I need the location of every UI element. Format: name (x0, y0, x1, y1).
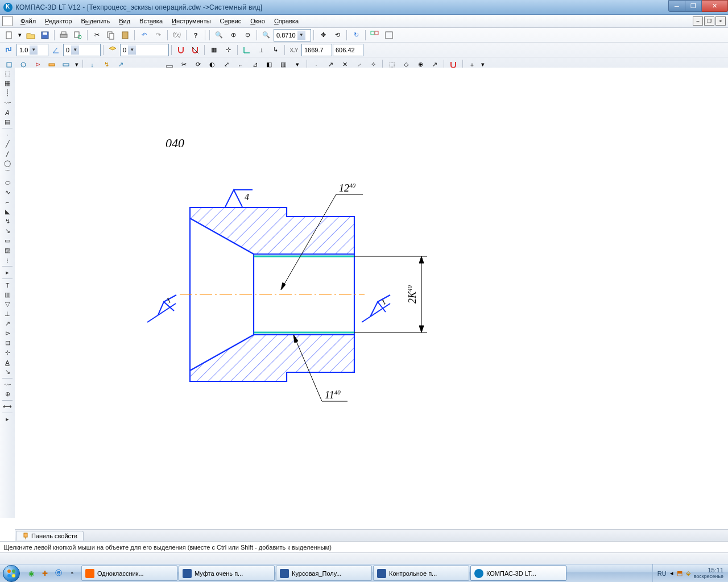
vtool-line[interactable]: ╱ (1, 139, 14, 149)
ortho-button[interactable]: ⟂ (254, 43, 268, 57)
ql-ie-icon[interactable]: ⓔ (52, 567, 65, 580)
help-pointer-button[interactable]: ? (189, 28, 202, 42)
redo-button[interactable]: ↷ (151, 28, 165, 42)
clock[interactable]: 15:11 воскресенье (694, 567, 723, 579)
menu-view[interactable]: Вид (114, 16, 135, 26)
tray-icon-1[interactable]: ◂ (670, 569, 673, 577)
round-button[interactable]: ↳ (268, 43, 282, 57)
refresh-button[interactable]: ↻ (349, 28, 363, 42)
vtool-layers[interactable]: ▥ (1, 290, 14, 300)
new-button[interactable] (2, 28, 16, 42)
open-button[interactable] (24, 28, 38, 42)
vtool-circle[interactable]: ◯ (1, 159, 14, 168)
task-item-4[interactable]: КОМПАС-3D LT... (470, 566, 566, 581)
vtool-grid[interactable]: ▦ (1, 78, 14, 88)
vtool-expand2[interactable]: ▸ (1, 414, 14, 424)
angle-button[interactable] (49, 43, 63, 57)
vtool-autoline2[interactable]: ↘ (1, 226, 14, 236)
zoom-area-button[interactable]: 🔍 (212, 28, 226, 42)
print-button[interactable] (57, 28, 71, 42)
window-maximize-button[interactable]: ❐ (685, 0, 702, 12)
properties-panel-tab[interactable]: Панель свойств (16, 531, 84, 541)
grid-snap-button[interactable]: ⊹ (221, 43, 235, 57)
vtool-centerline[interactable]: ⊕ (1, 389, 14, 399)
mdi-minimize-button[interactable]: – (693, 16, 703, 26)
vtool-hatch[interactable]: ▨ (1, 246, 14, 255)
vtool-leader[interactable]: ↗ (1, 319, 14, 329)
menu-select[interactable]: Выделить (76, 16, 114, 26)
views2-button[interactable] (382, 28, 396, 42)
lcs-button[interactable] (240, 43, 254, 57)
vtool-base[interactable]: ⊥ (1, 309, 14, 319)
drawing-canvas[interactable]: 040 4 1 1 (15, 68, 728, 530)
menu-help[interactable]: Справка (270, 16, 303, 26)
views-button[interactable] (368, 28, 382, 42)
grid-button[interactable]: ▦ (207, 43, 221, 57)
vtool-arc[interactable]: ⌒ (1, 168, 14, 178)
copy-button[interactable] (104, 28, 118, 42)
vtool-rect[interactable]: ▭ (1, 236, 14, 246)
vtool-ellipse[interactable]: ⬭ (1, 178, 14, 188)
coord-x-input[interactable]: 1669.7 (301, 44, 332, 56)
magnet1-button[interactable] (174, 43, 188, 57)
zoom-combo[interactable]: 0.8710▼ (274, 29, 311, 41)
vtool-autoline[interactable]: ↯ (1, 217, 14, 226)
menu-service[interactable]: Сервис (216, 16, 246, 26)
vtool-curve[interactable]: 〰 (1, 98, 14, 107)
language-indicator[interactable]: RU (657, 570, 667, 577)
window-close-button[interactable]: ✕ (702, 0, 728, 12)
mdi-close-button[interactable]: × (715, 16, 726, 26)
magnet2-button[interactable] (188, 43, 202, 57)
coord-y-input[interactable]: 606.42 (333, 44, 363, 56)
vtool-arrow[interactable]: ↘ (1, 367, 14, 377)
task-item-1[interactable]: Муфта очень п... (179, 566, 275, 581)
vtool-stamp[interactable]: A (1, 357, 14, 367)
ql-plus-icon[interactable]: ✚ (39, 567, 51, 580)
tray-icon-2[interactable]: ⬒ (677, 569, 682, 577)
menu-file[interactable]: Файл (16, 16, 40, 26)
vtool-table[interactable]: ▤ (1, 117, 14, 127)
zoom-prev-button[interactable]: ⟲ (330, 28, 344, 42)
vtool-point[interactable]: · (1, 130, 14, 139)
vtool-polyline[interactable]: 〳 (1, 149, 14, 159)
step-button[interactable] (2, 43, 16, 57)
ql-more-icon[interactable]: » (66, 567, 78, 580)
window-minimize-button[interactable]: ─ (668, 0, 685, 12)
linewidth-combo[interactable]: 1.0▼ (16, 44, 48, 56)
ql-utorrent-icon[interactable]: ◉ (25, 567, 38, 580)
vtool-text[interactable]: A (1, 107, 14, 117)
menu-window[interactable]: Окно (246, 16, 270, 26)
vtool-wave[interactable]: 〰 (1, 380, 14, 389)
vtool-chamfer[interactable]: ◣ (1, 207, 14, 217)
vtool-fillet[interactable]: ⌐ (1, 197, 14, 207)
mdi-restore-button[interactable]: ❐ (704, 16, 714, 26)
vtool-textblock[interactable]: T (1, 280, 14, 290)
vtool-break[interactable]: ⫶ (1, 255, 14, 265)
vtool-tol[interactable]: ⊟ (1, 338, 14, 348)
new-dropdown-icon[interactable]: ▾ (16, 28, 23, 42)
pan-button[interactable]: ✥ (316, 28, 330, 42)
vtool-mark[interactable]: ⊳ (1, 329, 14, 338)
menu-editor[interactable]: Редактор (40, 16, 76, 26)
zoom-in-button[interactable]: ⊕ (226, 28, 240, 42)
paste-button[interactable] (118, 28, 132, 42)
zoom-out-button[interactable]: ⊖ (241, 28, 254, 42)
zoom-fit-button[interactable]: 🔍 (259, 28, 273, 42)
task-item-3[interactable]: Контрольное п... (373, 566, 469, 581)
start-button[interactable] (0, 564, 23, 582)
vtool-select[interactable]: ⬚ (1, 69, 14, 78)
vtool-center[interactable]: ⊹ (1, 348, 14, 357)
menu-tools[interactable]: Инструменты (167, 16, 216, 26)
vtool-expand[interactable]: ▸ (1, 268, 14, 277)
tray-icon-3[interactable]: ⬙ (686, 569, 690, 577)
cut-button[interactable]: ✂ (90, 28, 104, 42)
preview-button[interactable] (71, 28, 85, 42)
style-combo[interactable]: 0▼ (63, 44, 101, 56)
vtool-dim[interactable]: ⟷ (1, 402, 14, 411)
save-button[interactable] (38, 28, 52, 42)
vtool-rough[interactable]: ▽ (1, 300, 14, 309)
task-item-0[interactable]: Одноклассник... (81, 566, 177, 581)
vtool-dash[interactable]: ┊ (1, 88, 14, 98)
menu-insert[interactable]: Вставка (135, 16, 167, 26)
layer-combo[interactable]: 0▼ (120, 44, 169, 56)
